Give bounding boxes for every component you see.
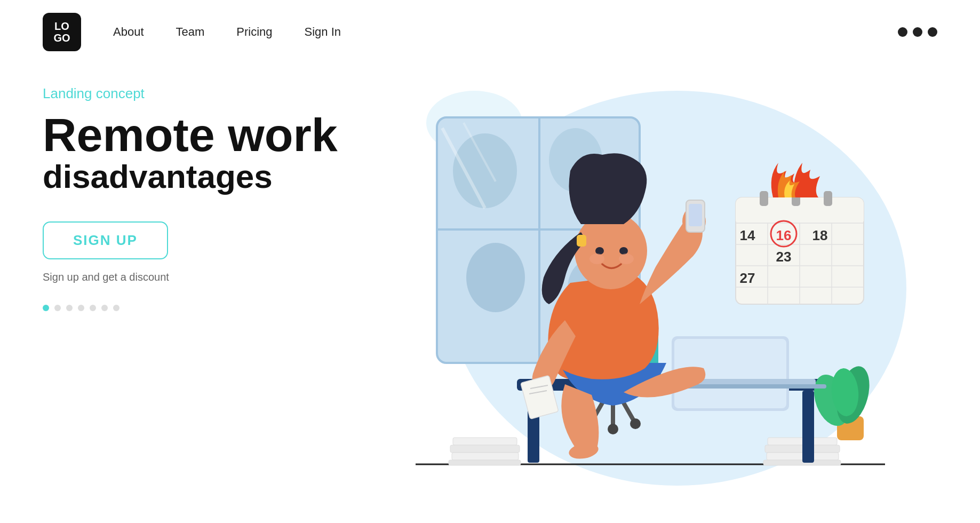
pagination-dot-1[interactable] — [43, 305, 49, 311]
cal-date-23: 23 — [776, 249, 791, 265]
illustration-panel: 14 16 18 23 27 — [363, 64, 937, 523]
nav-item-about[interactable]: About — [113, 25, 144, 39]
pagination-dot-7[interactable] — [113, 305, 119, 311]
nav-item-signin[interactable]: Sign In — [305, 25, 341, 39]
person-cheek-left — [589, 253, 604, 264]
chair-wheel-3 — [608, 424, 618, 434]
cal-date-18: 18 — [812, 227, 827, 243]
signup-button[interactable]: SIGN UP — [43, 221, 168, 259]
person-eye-left — [595, 247, 604, 255]
cta-subtext: Sign up and get a discount — [43, 271, 363, 283]
dot-3 — [928, 27, 937, 37]
paper-stack-1-3 — [452, 453, 519, 460]
calendar-ring-3 — [824, 191, 832, 206]
window-foliage-3 — [466, 243, 525, 312]
nav-item-pricing[interactable]: Pricing — [236, 25, 272, 39]
nav: About Team Pricing Sign In — [113, 25, 341, 39]
person-cheek-right — [619, 253, 634, 264]
dot-1 — [898, 27, 907, 37]
pagination-dots — [43, 305, 363, 311]
header: LOGO About Team Pricing Sign In — [0, 0, 980, 64]
main-content: Landing concept Remote work disadvantage… — [0, 64, 980, 523]
left-panel: Landing concept Remote work disadvantage… — [43, 64, 363, 523]
dot-2 — [913, 27, 922, 37]
cal-date-16: 16 — [776, 227, 791, 243]
main-illustration: 14 16 18 23 27 — [389, 75, 912, 512]
pagination-dot-5[interactable] — [90, 305, 96, 311]
hero-title-sub: disadvantages — [43, 159, 363, 195]
eyebrow-label: Landing concept — [43, 85, 363, 102]
paper-stack-2-4 — [763, 460, 841, 465]
window-foliage-1 — [453, 133, 517, 208]
paper-stack-1-1 — [453, 438, 517, 445]
logo-text: LOGO — [53, 20, 70, 44]
pagination-dot-6[interactable] — [101, 305, 108, 311]
pagination-dot-3[interactable] — [66, 305, 73, 311]
pagination-dot-2[interactable] — [54, 305, 61, 311]
person-eye-right — [619, 247, 628, 255]
desk-leg-right — [802, 391, 814, 463]
paper-stack-1-4 — [449, 460, 521, 465]
calendar-header-bottom-fix — [736, 211, 864, 221]
phone-screen — [689, 204, 702, 226]
person-hair-band — [577, 235, 586, 247]
chair-wheel-2 — [630, 418, 641, 429]
paper-stack-1-2 — [450, 445, 520, 453]
more-options-menu[interactable] — [898, 27, 937, 37]
hero-title-main: Remote work — [43, 112, 363, 159]
cal-date-27: 27 — [739, 270, 755, 286]
pagination-dot-4[interactable] — [78, 305, 84, 311]
calendar-ring-1 — [760, 191, 768, 206]
nav-item-team[interactable]: Team — [176, 25, 205, 39]
logo[interactable]: LOGO — [43, 13, 81, 51]
cal-date-14: 14 — [739, 227, 755, 243]
